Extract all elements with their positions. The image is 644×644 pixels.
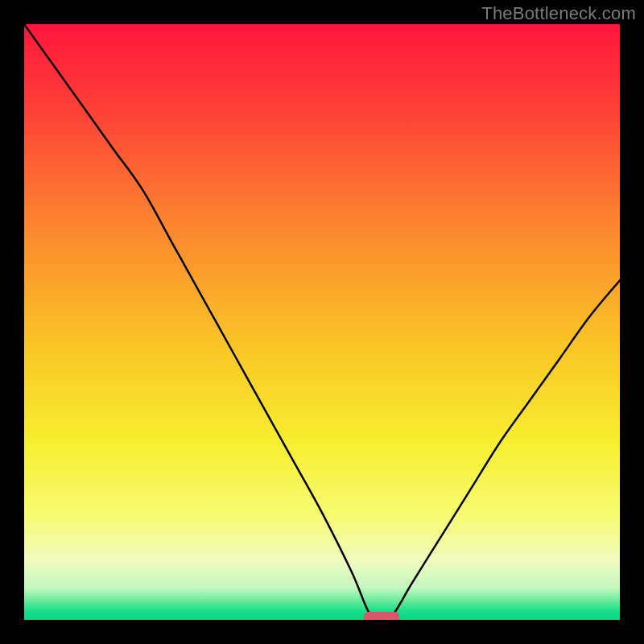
watermark-text: TheBottleneck.com: [481, 3, 636, 24]
bottleneck-chart: [24, 24, 620, 620]
chart-frame: TheBottleneck.com: [0, 0, 644, 644]
gradient-background: [24, 24, 620, 620]
optimal-marker: [364, 612, 399, 620]
plot-area: [24, 24, 620, 620]
